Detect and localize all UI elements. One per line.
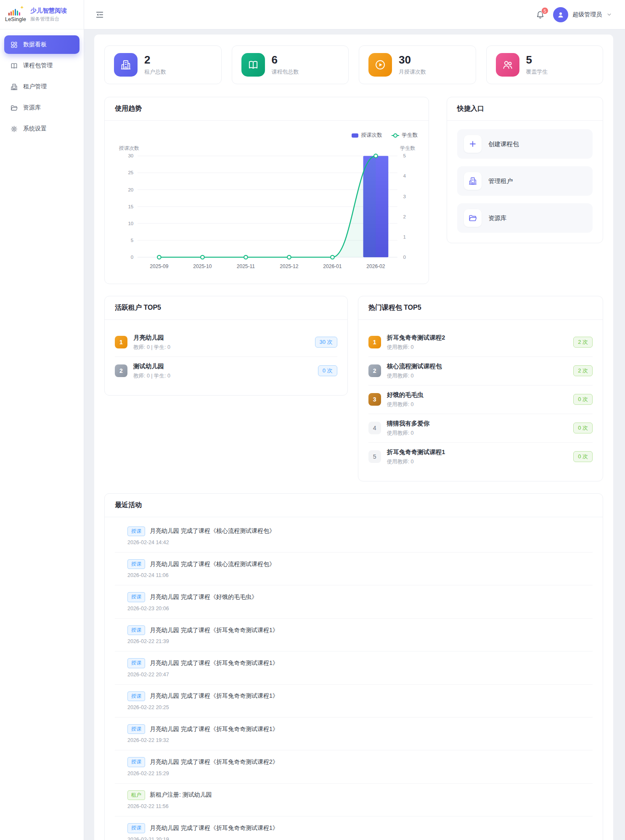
sidebar-item-label: 资源库: [23, 104, 41, 112]
activity-row: 授课 月亮幼儿园 完成了课程《折耳兔奇奇测试课程2》 2026-02-22 15…: [115, 750, 593, 783]
svg-text:2025-09: 2025-09: [150, 263, 168, 269]
sidebar-item-tenants[interactable]: 租户管理: [4, 77, 79, 96]
app-layout: LeSingle 少儿智慧阅读 服务管理后台 数据看板 课程包管理 租户管理: [0, 0, 625, 840]
quick-entry-create-package[interactable]: 创建课程包: [457, 129, 593, 159]
card-header: 热门课程包 TOP5: [358, 296, 603, 320]
stat-label: 课程包总数: [272, 68, 299, 76]
activity-text: 月亮幼儿园 完成了课程《核心流程测试课程包》: [150, 561, 275, 568]
usage-count-pill: 2 次: [573, 337, 593, 348]
activity-text: 月亮幼儿园 完成了课程《核心流程测试课程包》: [150, 527, 275, 535]
sidebar-item-label: 课程包管理: [23, 62, 53, 69]
line-swatch-icon: [392, 135, 399, 136]
tenant-meta: 教师: 0 | 学生: 0: [133, 372, 312, 380]
notification-badge: 5: [541, 7, 548, 14]
svg-text:20: 20: [128, 187, 133, 192]
rank-badge: 4: [368, 422, 381, 434]
package-meta: 使用教师: 0: [387, 430, 567, 437]
activity-row: 授课 月亮幼儿园 完成了课程《折耳兔奇奇测试课程1》 2026-02-22 21…: [115, 619, 593, 651]
sidebar-collapse-button[interactable]: [95, 10, 104, 19]
chart-legend: 授课次数 学生数: [115, 129, 418, 140]
activity-type-badge: 租户: [127, 790, 145, 800]
package-meta: 使用教师: 0: [387, 458, 567, 465]
activity-row: 授课 月亮幼儿园 完成了课程《折耳兔奇奇测试课程1》 2026-02-21 20…: [115, 816, 593, 840]
legend-item-lessons[interactable]: 授课次数: [352, 132, 382, 139]
notifications-button[interactable]: 5: [536, 10, 545, 19]
svg-text:2026-02: 2026-02: [366, 263, 385, 269]
content-area: 2 租户总数 6 课程包总数: [84, 29, 625, 840]
legend-label: 学生数: [402, 132, 418, 139]
activity-text: 月亮幼儿园 完成了课程《折耳兔奇奇测试课程1》: [150, 627, 278, 634]
svg-text:30: 30: [128, 153, 133, 158]
app-title-block: 少儿智慧阅读 服务管理后台: [30, 7, 67, 22]
app-subtitle: 服务管理后台: [30, 16, 67, 22]
book-icon: [10, 62, 18, 70]
usage-count-pill: 2 次: [573, 365, 593, 376]
svg-text:3: 3: [403, 194, 405, 199]
activity-type-badge: 授课: [127, 658, 145, 668]
svg-text:5: 5: [403, 153, 405, 158]
activity-time: 2026-02-22 21:39: [127, 638, 593, 644]
package-rank-row: 4 猜猜我有多爱你 使用教师: 0 0 次: [368, 414, 593, 443]
tenant-rank-row: 2 测试幼儿园 教师: 0 | 学生: 0 0 次: [115, 357, 337, 385]
package-rank-row: 1 折耳兔奇奇测试课程2 使用教师: 0 2 次: [368, 328, 593, 357]
activity-time: 2026-02-21 20:19: [127, 837, 593, 840]
play-icon: [368, 53, 392, 77]
card-title: 快捷入口: [457, 105, 484, 112]
quick-entry-manage-tenants[interactable]: 管理租户: [457, 166, 593, 196]
rank-badge: 1: [115, 336, 127, 348]
card-title: 使用趋势: [115, 105, 142, 112]
usage-trend-card: 使用趋势 授课次数 学生数: [104, 97, 429, 284]
legend-label: 授课次数: [361, 132, 382, 139]
usage-count-pill: 0 次: [573, 451, 593, 462]
sidebar-item-label: 系统设置: [23, 125, 47, 133]
stat-card-monthly-lessons: 30 月授课次数: [359, 45, 476, 84]
quick-entry-resources[interactable]: 资源库: [457, 203, 593, 233]
activity-text: 月亮幼儿园 完成了课程《折耳兔奇奇测试课程2》: [150, 758, 278, 766]
dashboard-wrapper: 2 租户总数 6 课程包总数: [94, 35, 613, 840]
svg-text:25: 25: [128, 170, 133, 175]
activity-row: 租户 新租户注册: 测试幼儿园 2026-02-22 11:56: [115, 784, 593, 816]
quick-entry-label: 资源库: [488, 214, 507, 222]
package-name: 折耳兔奇奇测试课程1: [387, 448, 567, 456]
rank-badge: 5: [368, 450, 381, 463]
user-menu[interactable]: 超级管理员: [553, 7, 612, 22]
sparkle-icon: [20, 6, 24, 9]
folder-icon: [464, 209, 482, 227]
fold-icon: [95, 10, 104, 19]
package-rank-row: 2 核心流程测试课程包 使用教师: 0 2 次: [368, 357, 593, 385]
package-rank-row: 3 好饿的毛毛虫 使用教师: 0 0 次: [368, 385, 593, 414]
stat-card-packages: 6 课程包总数: [232, 45, 349, 84]
trend-chart[interactable]: 0510152025300123452025-092025-102025-112…: [115, 140, 418, 274]
stat-card-tenants: 2 租户总数: [104, 45, 222, 84]
stat-card-students: 5 覆盖学生: [486, 45, 604, 84]
activity-time: 2026-02-22 15:29: [127, 771, 593, 776]
activity-type-badge: 授课: [127, 526, 145, 536]
tenant-name: 月亮幼儿园: [133, 334, 309, 342]
quick-entry-label: 管理租户: [488, 177, 513, 185]
person-icon: [556, 11, 565, 19]
rank-badge: 2: [368, 364, 381, 377]
sidebar-item-settings[interactable]: 系统设置: [4, 120, 79, 138]
avatar: [553, 7, 568, 22]
package-meta: 使用教师: 0: [387, 344, 567, 351]
brand-logo: LeSingle: [5, 7, 26, 22]
stat-value: 30: [399, 54, 426, 66]
recent-activity-card: 最近活动 授课 月亮幼儿园 完成了课程《核心流程测试课程包》 2026-02-2…: [104, 493, 603, 840]
svg-text:1: 1: [403, 234, 405, 239]
package-name: 猜猜我有多爱你: [387, 420, 567, 428]
activity-text: 月亮幼儿园 完成了课程《折耳兔奇奇测试课程1》: [150, 692, 278, 700]
card-title: 热门课程包 TOP5: [368, 304, 421, 311]
sidebar-item-course-packages[interactable]: 课程包管理: [4, 56, 79, 75]
activity-row: 授课 月亮幼儿园 完成了课程《折耳兔奇奇测试课程1》 2026-02-22 20…: [115, 685, 593, 718]
legend-item-students[interactable]: 学生数: [392, 132, 418, 139]
sidebar-item-resources[interactable]: 资源库: [4, 98, 79, 117]
sidebar-item-dashboard[interactable]: 数据看板: [4, 35, 79, 54]
activity-type-badge: 授课: [127, 823, 145, 833]
svg-text:2025-11: 2025-11: [237, 263, 255, 269]
app-title: 少儿智慧阅读: [30, 7, 67, 15]
hot-packages-card: 热门课程包 TOP5 1 折耳兔奇奇测试课程2 使用教师: 0 2 次: [358, 296, 603, 481]
svg-text:4: 4: [403, 173, 406, 178]
quick-entry-label: 创建课程包: [488, 140, 519, 148]
sidebar-nav: 数据看板 课程包管理 租户管理 资源库 系统设置: [0, 29, 84, 146]
activity-type-badge: 授课: [127, 691, 145, 701]
